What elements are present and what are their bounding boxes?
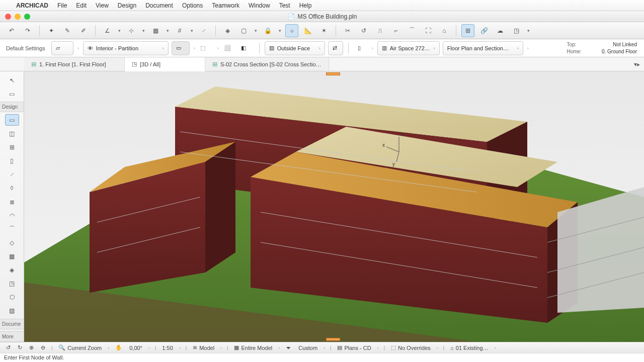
plans-button[interactable]: ▤ Plans - CD bbox=[335, 343, 373, 352]
menu-design[interactable]: Design bbox=[114, 2, 140, 9]
design-section-label[interactable]: Design bbox=[0, 102, 24, 112]
angle-readout[interactable]: 0,00° bbox=[127, 343, 144, 352]
menu-options[interactable]: Options bbox=[178, 2, 207, 9]
struct1-button[interactable]: ▯ bbox=[354, 41, 368, 55]
geometry-method-button[interactable]: ▱ bbox=[51, 41, 73, 55]
entire-model-button[interactable]: ▦ Entire Model bbox=[232, 343, 274, 352]
chevron-down-icon[interactable]: ▾ bbox=[253, 28, 258, 33]
menu-file[interactable]: File bbox=[53, 2, 71, 9]
pan-button[interactable]: ✋ bbox=[113, 343, 124, 352]
eyedropper-button[interactable]: ✎ bbox=[61, 24, 74, 37]
pick-button[interactable]: ✦ bbox=[45, 24, 58, 37]
overrides-button[interactable]: ⬚ No Overrides bbox=[389, 343, 433, 352]
stair-tool[interactable]: ≣ bbox=[5, 196, 19, 208]
fillet-button[interactable]: ⌒ bbox=[406, 24, 419, 37]
minimize-window-button[interactable] bbox=[15, 14, 21, 20]
show3d-button[interactable]: ⊞ bbox=[461, 24, 474, 37]
angle-button[interactable]: ∠ bbox=[101, 24, 114, 37]
curtain-tool[interactable]: ▦ bbox=[5, 250, 19, 262]
tab-3d[interactable]: ◳ [3D / All] bbox=[125, 57, 205, 71]
marquee-tool[interactable]: ▭ bbox=[5, 88, 19, 100]
slab-tool[interactable]: ◊ bbox=[5, 183, 19, 194]
menu-help[interactable]: Help bbox=[295, 2, 316, 9]
object-tool[interactable]: ◳ bbox=[5, 278, 19, 290]
tag-button[interactable]: ◈ bbox=[221, 24, 234, 37]
menu-window[interactable]: Window bbox=[245, 2, 274, 9]
chevron-right-icon[interactable]: › bbox=[76, 46, 80, 51]
tab-first-floor[interactable]: ▤ 1. First Floor [1. First Floor] bbox=[24, 57, 125, 71]
renovation-button[interactable]: ⌂ 01 Existing… bbox=[448, 343, 490, 352]
shell-tool[interactable]: ⌒ bbox=[5, 223, 19, 235]
column-tool[interactable]: ▯ bbox=[5, 155, 19, 167]
scale-selector[interactable]: 1:50 bbox=[160, 343, 175, 352]
door-tool[interactable]: ◫ bbox=[5, 128, 19, 139]
menu-view[interactable]: View bbox=[92, 2, 113, 9]
chevron-down-icon[interactable]: ▾ bbox=[117, 28, 122, 33]
layer-selector[interactable]: 👁 Interior - Partition › bbox=[83, 41, 169, 55]
complex-button[interactable]: ◧ bbox=[240, 41, 254, 55]
chevron-right-icon[interactable]: › bbox=[526, 46, 530, 51]
link-button[interactable]: 🔗 bbox=[477, 24, 491, 37]
tab-section[interactable]: ▤ S-02 Cross Section [S-02 Cross Sectio… bbox=[205, 57, 329, 71]
wall-shape-button[interactable]: ▭ bbox=[172, 41, 190, 55]
lock-button[interactable]: 🔒 bbox=[261, 24, 274, 37]
skylight-tool[interactable]: ◇ bbox=[5, 237, 19, 248]
profile-button[interactable]: ⬜ bbox=[223, 41, 237, 55]
arrow-tool[interactable]: ↖ bbox=[5, 74, 19, 86]
flip-button[interactable]: ⇄ bbox=[328, 41, 343, 55]
floorplan-section-selector[interactable]: Floor Plan and Section… › bbox=[443, 41, 523, 55]
morph-tool[interactable]: ◈ bbox=[5, 264, 19, 276]
zoom-window-button[interactable] bbox=[24, 14, 30, 20]
zoom-out-button[interactable]: ⊖ bbox=[39, 343, 47, 352]
point-button[interactable]: ✶ bbox=[317, 24, 331, 37]
menu-test[interactable]: Test bbox=[275, 2, 294, 9]
chevron-down-icon[interactable]: ▾ bbox=[526, 28, 531, 33]
default-settings-label[interactable]: Default Settings bbox=[3, 45, 48, 51]
grid-button[interactable]: # bbox=[173, 24, 186, 37]
roof-tool[interactable]: ◠ bbox=[5, 210, 19, 221]
window-tool[interactable]: ⊞ bbox=[5, 142, 19, 153]
cube-button[interactable]: ◳ bbox=[510, 24, 523, 37]
app-name[interactable]: ARCHICAD bbox=[12, 2, 52, 9]
zoom-in-button[interactable]: ⊕ bbox=[27, 343, 36, 352]
home-button[interactable]: ⌂ bbox=[438, 24, 451, 37]
current-zoom-button[interactable]: 🔍 Current Zoom bbox=[56, 343, 104, 352]
menu-teamwork[interactable]: Teamwork bbox=[208, 2, 244, 9]
trim-button[interactable]: ✂ bbox=[341, 24, 354, 37]
document-section-label[interactable]: Docume bbox=[0, 319, 24, 329]
mesh-tool[interactable]: ▨ bbox=[5, 305, 19, 317]
rect-button[interactable]: ▢ bbox=[237, 24, 250, 37]
zoom-fwd-button[interactable]: ↻ bbox=[16, 343, 24, 352]
chevron-right-icon[interactable]: › bbox=[193, 46, 196, 51]
inject-button[interactable]: ✐ bbox=[77, 24, 90, 37]
custom-button[interactable]: Custom bbox=[296, 343, 319, 352]
model-view-button[interactable]: ≋ Model bbox=[191, 343, 216, 352]
undo-button[interactable]: ↶ bbox=[5, 24, 18, 37]
cloud-button[interactable]: ☁ bbox=[494, 24, 507, 37]
adjust-button[interactable]: ↺ bbox=[357, 24, 370, 37]
tab-overflow-button[interactable]: ▾▸ bbox=[630, 57, 644, 71]
chevron-right-icon[interactable]: › bbox=[216, 46, 220, 51]
snap-button[interactable]: ⊹ bbox=[125, 24, 138, 37]
magic-button[interactable]: ⟐ bbox=[285, 24, 298, 37]
close-window-button[interactable] bbox=[5, 14, 11, 20]
zone-tool[interactable]: ⬡ bbox=[5, 292, 19, 303]
beam-tool[interactable]: ⟋ bbox=[5, 169, 19, 180]
wall-tool[interactable]: ▭ bbox=[5, 114, 19, 126]
chevron-down-icon[interactable]: ▾ bbox=[277, 28, 282, 33]
chevron-right-icon[interactable]: › bbox=[371, 46, 374, 51]
construction-button[interactable]: ⬚ bbox=[199, 41, 213, 55]
resize-button[interactable]: ⛶ bbox=[422, 24, 435, 37]
filter-button[interactable]: ⏷ bbox=[284, 343, 293, 352]
reference-line-selector[interactable]: ▨ Outside Face › bbox=[265, 41, 325, 55]
ruler-button[interactable]: ⟋ bbox=[197, 24, 210, 37]
align-button[interactable]: ⎍ bbox=[373, 24, 386, 37]
menu-edit[interactable]: Edit bbox=[72, 2, 91, 9]
dim-button[interactable]: ▦ bbox=[149, 24, 162, 37]
chevron-down-icon[interactable]: ▾ bbox=[165, 28, 170, 33]
more-section-label[interactable]: More bbox=[0, 331, 24, 342]
chevron-down-icon[interactable]: ▾ bbox=[189, 28, 194, 33]
measure-button[interactable]: 📐 bbox=[301, 24, 314, 37]
zoom-back-button[interactable]: ↺ bbox=[4, 343, 13, 352]
corner-button[interactable]: ⌐ bbox=[389, 24, 403, 37]
